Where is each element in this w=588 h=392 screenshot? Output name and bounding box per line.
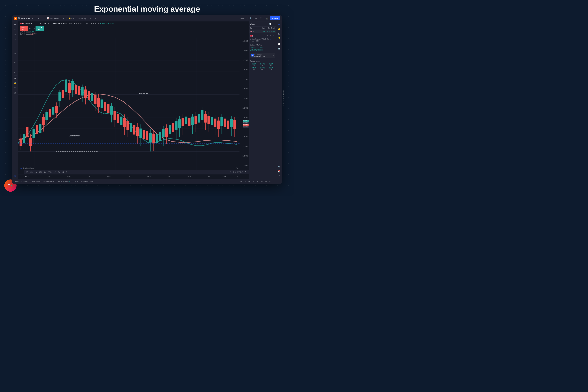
ruler-draw-btn[interactable]: ⊟ — [256, 180, 260, 183]
time-12-00-6: 12:00 — [222, 176, 226, 178]
more-inst-btn[interactable]: ··· — [272, 34, 275, 37]
watchlist-panel-icon[interactable]: ☰ — [277, 22, 281, 26]
hline-draw-btn[interactable]: — — [248, 180, 251, 183]
symbol-search[interactable]: 🔍 GBPUSD — [18, 17, 30, 20]
parallel-draw-btn[interactable]: ⊞ — [260, 180, 264, 183]
undo-draw-btn[interactable]: ⌃ — [272, 180, 276, 183]
chart-canvas-area[interactable]: .grid-line { stroke: #2a2e3e; stroke-wid… — [18, 38, 240, 174]
sell-section: 1.30335 SELL — [20, 26, 28, 32]
open-value: O 1.30302 — [66, 22, 73, 24]
tf-1y[interactable]: 1Y — [53, 171, 56, 173]
svg-rect-31 — [36, 125, 38, 134]
shapes-tool[interactable]: △ — [13, 51, 17, 55]
tf-5y[interactable]: 5Y — [57, 171, 61, 173]
instrument-full-name: British Pound / U.S. Dollar ↗ — [250, 38, 275, 40]
indicators-btn[interactable]: 📈 Indicators ▾ — [46, 16, 60, 20]
chart-type-btn[interactable]: ⚌ — [41, 16, 45, 20]
brush-draw-btn[interactable]: ∿ — [264, 180, 268, 183]
timeframe-btn[interactable]: 1h — [36, 16, 40, 20]
undo-btn[interactable]: ↩ — [88, 16, 92, 20]
performance-title: Performance — [250, 60, 275, 62]
search-fr-icon[interactable]: 🔍 — [277, 165, 281, 169]
ideas-icon[interactable]: 💡 — [277, 36, 281, 40]
tf-sync[interactable]: ⟳ — [66, 171, 68, 173]
tf-all[interactable]: All — [62, 171, 65, 173]
buy-button[interactable]: 1.30342 BUY — [36, 26, 44, 32]
tab-forex-screener[interactable]: Forex Screener ▾ — [14, 180, 30, 183]
settings-btn[interactable]: ⚙ — [254, 16, 258, 20]
tf-1m[interactable]: 1M — [34, 171, 38, 173]
chart-expand-btn[interactable]: ≫ — [236, 167, 238, 169]
svg-rect-119 — [178, 120, 180, 128]
tab-strategy-tester[interactable]: Strategy Tester — [42, 180, 56, 183]
rect-draw-btn[interactable]: □ — [268, 180, 272, 183]
tf-6m[interactable]: 6M — [43, 171, 47, 173]
edit-inst-btn[interactable]: ✏ — [269, 34, 272, 37]
camera-btn[interactable]: 📷 — [264, 16, 269, 20]
chat-icon[interactable]: 💬 — [277, 42, 281, 46]
death-cross-annotation: Death cross — [138, 92, 148, 94]
tab-replay-trading[interactable]: Replay Trading — [80, 180, 94, 183]
publish-btn[interactable]: Publish — [270, 16, 280, 20]
draw-tool[interactable]: ✏ — [13, 27, 17, 31]
templates-btn[interactable]: ⊞ — [62, 16, 66, 20]
magnet-draw-btn[interactable]: ⊹ — [239, 180, 243, 183]
instrument-change: 0.00431 (0.33%) — [250, 47, 275, 48]
external-link-icon[interactable]: ↗ — [270, 38, 271, 40]
fullscreen-btn[interactable]: ⛶ — [259, 16, 264, 20]
zoom-btn[interactable]: 🔍 — [248, 16, 253, 20]
tf-3m[interactable]: 3M — [38, 171, 42, 173]
line-draw-btn[interactable]: ╱ — [244, 180, 247, 183]
time-12-00-5: 12:00 — [187, 176, 191, 178]
lock-tool[interactable]: 🔒 — [13, 81, 17, 85]
add-symbol-btn[interactable]: ⊕ — [31, 16, 34, 20]
watchlist-clock-btn[interactable]: 🕐 — [269, 23, 272, 26]
far-right-panel: ☰ 🔔 ◧ 💡 💬 📡 🔍 📅 ? — [276, 22, 282, 179]
calendar-icon[interactable]: 📅 — [277, 169, 281, 173]
tf-1d[interactable]: 1D — [26, 171, 29, 173]
watchlist-more-btn[interactable]: ··· — [272, 23, 275, 26]
svg-rect-77 — [110, 106, 112, 114]
news-panel-icon[interactable]: 📡 — [277, 47, 281, 51]
icons-tool[interactable]: ☺ — [13, 60, 17, 64]
price-1.269: 1.26900 — [242, 155, 248, 157]
sell-button[interactable]: 1.30335 SELL — [20, 26, 28, 32]
redo-draw-btn[interactable]: ⌄ — [276, 180, 280, 183]
replay-btn[interactable]: ⟳ Replay — [77, 16, 88, 20]
grid-view-btn[interactable]: ⊞ — [266, 34, 269, 37]
price-1.281: 1.28100 — [242, 40, 248, 42]
add-watchlist-btn[interactable]: ＋ — [266, 23, 268, 26]
alert-btn[interactable]: 🔔 Alert — [68, 16, 76, 20]
text-tool[interactable]: T — [13, 56, 17, 60]
layers-icon[interactable]: ◧ — [277, 32, 281, 36]
svg-rect-143 — [217, 121, 220, 129]
fr-sep1 — [278, 41, 280, 41]
magnet-tool[interactable]: ◉ — [13, 76, 17, 80]
zoom-tool[interactable]: ⊕ — [13, 70, 17, 75]
news-item[interactable]: 📰 1 hour ago COMMENT-US... › — [250, 53, 275, 58]
arrow-draw-btn[interactable]: → — [252, 180, 256, 183]
redo-btn[interactable]: ↪ — [93, 16, 97, 20]
trash-tool[interactable]: 🗑 — [13, 91, 17, 95]
pattern-tool[interactable]: ⊹ — [13, 42, 17, 46]
trade-buttons: 1.30335 SELL 0.00007 1.30342 BUY — [20, 26, 44, 32]
tab-pine-editor[interactable]: Pine Editor — [30, 180, 42, 183]
lines-tool[interactable]: ≡ — [13, 32, 17, 37]
help-icon[interactable]: ? — [277, 174, 281, 178]
alerts-panel-icon[interactable]: 🔔 — [277, 27, 281, 31]
symbol-flags: 🇬🇧🇺🇸 — [20, 22, 24, 24]
fib-tool[interactable]: ⋮ — [13, 46, 17, 51]
eye-tool[interactable]: 👁 — [13, 85, 17, 90]
tf-5d[interactable]: 5D — [30, 171, 34, 173]
tab-trade[interactable]: Trade — [72, 180, 80, 183]
star-tool[interactable]: ★ — [13, 174, 17, 178]
tab-paper-trading[interactable]: Paper Trading ● — [56, 180, 72, 183]
col-symbol: Syr — [250, 27, 259, 29]
arrow-tool[interactable]: ↗ — [13, 37, 17, 42]
crosshair-tool[interactable]: ✛ — [13, 22, 17, 27]
watchlist-item-g[interactable]: 🇬🇧 G 1.30 0.00 0.33% — [249, 30, 276, 33]
measure-tool[interactable]: ↔ — [13, 66, 17, 70]
tf-ytd[interactable]: YTD — [48, 171, 52, 173]
tf-clock-icon[interactable]: ⏱ — [244, 171, 247, 173]
price-scale: 1.28100 1.28000 1.27900 1.27800 1.27700 … — [240, 38, 249, 174]
